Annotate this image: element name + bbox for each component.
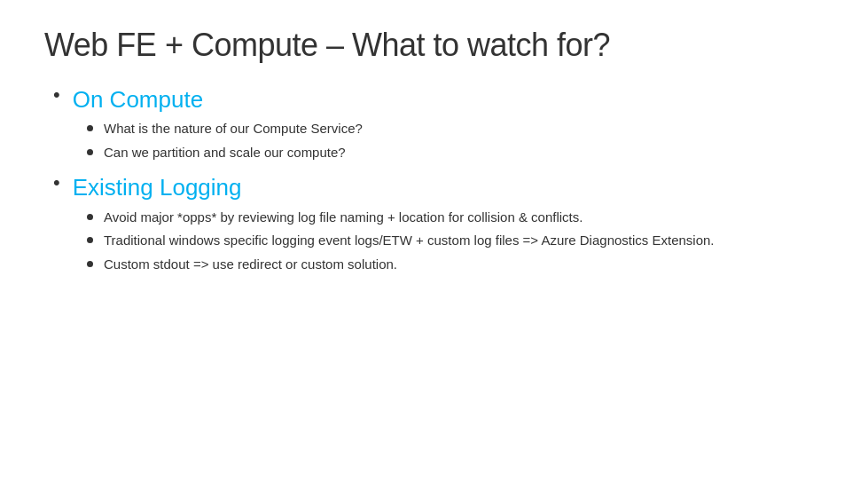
section-2-bullet-dot: • (53, 170, 60, 197)
sub-bullet-dot (87, 237, 93, 243)
slide-title: Web FE + Compute – What to watch for? (44, 27, 824, 64)
sub-item-text: Custom stdout => use redirect or custom … (104, 255, 397, 275)
section-1-heading: On Compute (73, 83, 203, 115)
list-item: Custom stdout => use redirect or custom … (87, 255, 824, 275)
sub-item-text: Can we partition and scale our compute? (104, 143, 346, 163)
section-1-bullet-dot: • (53, 82, 60, 109)
list-item: Avoid major *opps* by reviewing log file… (87, 208, 824, 228)
sub-bullet-dot (87, 214, 93, 220)
section-2-bullet: • Existing Logging (53, 171, 824, 203)
sub-bullet-dot (87, 125, 93, 131)
sub-item-text: What is the nature of our Compute Servic… (104, 119, 363, 139)
slide-content: • On Compute What is the nature of our C… (44, 83, 824, 274)
section-2-sub-items: Avoid major *opps* by reviewing log file… (87, 208, 824, 275)
sub-item-text: Avoid major *opps* by reviewing log file… (104, 208, 583, 228)
list-item: What is the nature of our Compute Servic… (87, 119, 824, 139)
sub-bullet-dot (87, 261, 93, 267)
sub-bullet-dot (87, 149, 93, 155)
list-item: Traditional windows specific logging eve… (87, 231, 824, 251)
section-2-heading: Existing Logging (73, 171, 242, 203)
list-item: Can we partition and scale our compute? (87, 143, 824, 163)
section-1-sub-items: What is the nature of our Compute Servic… (87, 119, 824, 162)
slide: Web FE + Compute – What to watch for? • … (0, 0, 868, 489)
section-1-bullet: • On Compute (53, 83, 824, 115)
sub-item-text: Traditional windows specific logging eve… (104, 231, 715, 251)
